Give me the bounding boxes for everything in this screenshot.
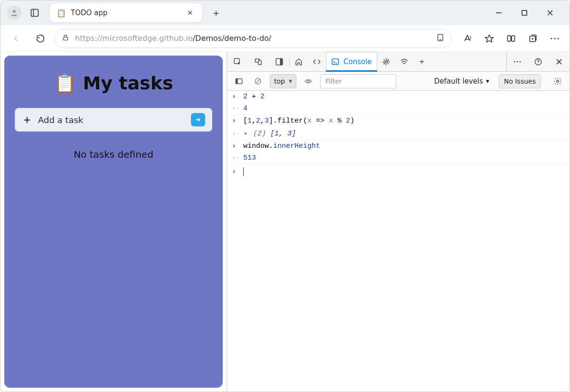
favorite-icon[interactable] [479, 29, 499, 48]
devtools-help-icon[interactable] [528, 57, 549, 66]
page-viewport: 📋 My tasks ＋ Add a task No tasks defined [0, 52, 227, 392]
issues-badge[interactable]: No Issues [499, 74, 541, 88]
devtools-tabs: Console [227, 52, 570, 72]
tab-welcome[interactable] [290, 52, 308, 71]
console-result-row: ‹· 4 [227, 103, 570, 115]
svg-rect-25 [280, 58, 282, 65]
cursor [243, 167, 244, 176]
refresh-button[interactable] [30, 28, 51, 49]
svg-point-19 [557, 38, 559, 39]
browser-tab[interactable]: 📋 TODO app ✕ [50, 3, 202, 22]
console-input-row: › window.innerHeight [227, 140, 570, 152]
devtools-more-icon[interactable] [507, 60, 528, 63]
return-icon: ‹· [232, 130, 238, 138]
execution-context-selector[interactable]: top ▼ [270, 74, 296, 88]
prompt-icon: › [232, 93, 238, 101]
tab-sources[interactable] [377, 52, 395, 71]
svg-rect-1 [31, 10, 38, 17]
svg-rect-12 [508, 36, 511, 41]
minimize-button[interactable] [492, 6, 506, 20]
svg-point-42 [307, 80, 310, 82]
svg-rect-7 [63, 37, 67, 40]
address-bar[interactable]: https://microsoftedge.github.io/Demos/de… [55, 29, 452, 48]
empty-state: No tasks defined [15, 149, 212, 160]
browser-titlebar: 📋 TODO app ✕ ＋ [0, 0, 570, 25]
svg-rect-4 [522, 10, 527, 15]
svg-marker-11 [485, 35, 494, 42]
console-result-row: ‹· 513 [227, 152, 570, 164]
log-levels-selector[interactable]: Default levels ▼ [434, 77, 489, 86]
collections-icon[interactable] [523, 29, 543, 48]
new-tab-button[interactable]: ＋ [208, 4, 225, 21]
devtools-panel: Console [227, 52, 570, 392]
dock-side-icon[interactable] [269, 57, 290, 66]
svg-rect-13 [512, 36, 515, 41]
url-text: https://microsoftedge.github.io/Demos/de… [75, 34, 271, 43]
console-result-row: ‹· ▸ (2) [1, 3] [227, 127, 570, 140]
back-button[interactable] [5, 28, 26, 49]
svg-line-41 [256, 79, 260, 83]
toggle-sidebar-icon[interactable] [232, 75, 246, 88]
tab-console-label: Console [343, 57, 372, 66]
clear-console-icon[interactable] [251, 75, 265, 88]
tab-elements[interactable] [308, 52, 326, 71]
console-input-row: › [1,2,3].filter(x => x % 2) [227, 115, 570, 127]
return-icon: ‹· [232, 154, 238, 162]
maximize-button[interactable] [517, 6, 532, 20]
prompt-icon: › [232, 142, 238, 150]
svg-point-18 [554, 38, 555, 39]
console-prompt[interactable]: › [227, 164, 570, 179]
svg-point-17 [551, 38, 552, 39]
svg-point-0 [13, 10, 16, 13]
console-settings-icon[interactable] [551, 75, 565, 88]
plus-icon: ＋ [22, 113, 32, 127]
device-emulation-icon[interactable] [248, 57, 269, 66]
tab-network[interactable] [395, 52, 413, 71]
page-title: 📋 My tasks [15, 73, 212, 94]
prompt-icon: › [232, 117, 238, 125]
svg-point-35 [538, 63, 538, 64]
svg-point-33 [520, 61, 521, 62]
vertical-tabs-icon[interactable] [28, 6, 41, 19]
console-toolbar: top ▼ Filter Default levels ▼ No Issues [227, 72, 570, 91]
svg-point-43 [557, 80, 559, 82]
clipboard-icon: 📋 [57, 9, 66, 18]
settings-more-icon[interactable] [545, 29, 565, 48]
clipboard-icon: 📋 [54, 73, 76, 94]
svg-point-31 [514, 61, 515, 62]
console-filter-input[interactable]: Filter [320, 74, 396, 88]
lock-icon [62, 34, 69, 43]
console-input-row: › 2 + 2 [227, 91, 570, 103]
devtools-close-icon[interactable] [549, 58, 570, 65]
tab-title: TODO app [71, 9, 180, 17]
task-placeholder: Add a task [38, 115, 185, 125]
prompt-icon: › [232, 168, 238, 176]
svg-rect-39 [236, 78, 238, 84]
app-available-icon[interactable] [436, 33, 445, 44]
return-icon: ‹· [232, 105, 238, 113]
svg-rect-23 [258, 60, 261, 65]
more-tabs-button[interactable] [413, 52, 430, 71]
svg-point-28 [385, 60, 387, 63]
add-task-input[interactable]: ＋ Add a task [15, 108, 212, 132]
live-expression-icon[interactable] [301, 75, 315, 88]
inspect-element-icon[interactable] [227, 57, 248, 66]
profile-avatar[interactable] [7, 6, 21, 20]
close-window-button[interactable] [543, 6, 557, 20]
console-output[interactable]: › 2 + 2 ‹· 4 › [1,2,3].filter(x => x % 2… [227, 91, 570, 392]
svg-rect-26 [332, 59, 339, 65]
tab-close-button[interactable]: ✕ [185, 9, 195, 17]
submit-task-button[interactable] [191, 113, 205, 126]
svg-point-32 [517, 61, 518, 62]
todo-app: 📋 My tasks ＋ Add a task No tasks defined [4, 56, 223, 388]
address-bar-row: https://microsoftedge.github.io/Demos/de… [0, 25, 570, 52]
read-aloud-icon[interactable] [457, 29, 477, 48]
split-screen-icon[interactable] [501, 29, 521, 48]
tab-console[interactable]: Console [326, 52, 377, 71]
